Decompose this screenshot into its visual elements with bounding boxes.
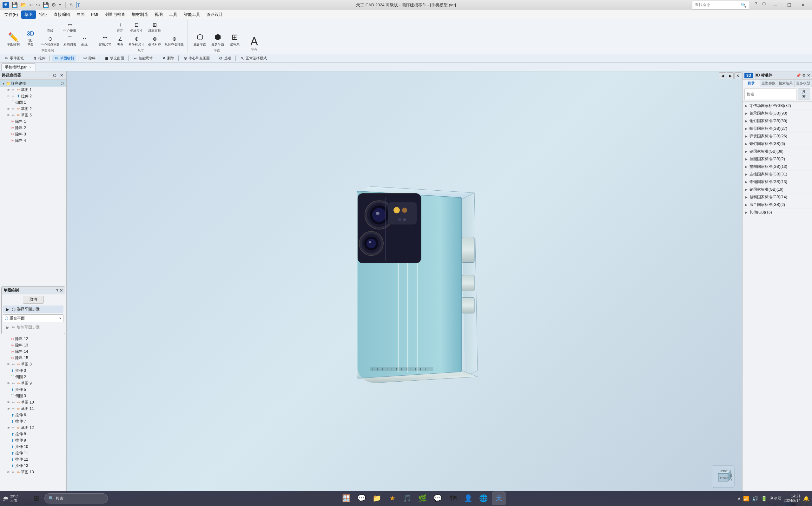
rp-item-7[interactable]: ▶ 挡圈国家标准(GB)(2) <box>742 156 812 163</box>
tree-item-extrude6[interactable]: ⬆ 拉伸 6 <box>0 412 66 418</box>
cmd-circle[interactable]: ⊙ 中心和点画圆 <box>181 55 212 62</box>
sketch-help-icon[interactable]: ? <box>56 288 58 293</box>
taskbar-search-box[interactable]: 🔍 搜索 <box>45 493 108 503</box>
taskbar-app-tiangong[interactable]: 天 <box>492 491 506 505</box>
tree-root[interactable]: ▼ 📁 顺序建模 ⬡ <box>0 80 66 87</box>
ti-edit-icon[interactable]: ✏ <box>11 362 16 367</box>
rp-tab-results[interactable]: 搜索结果 <box>778 80 795 87</box>
qa-settings-icon[interactable]: ⚙ <box>52 2 56 8</box>
taskbar-app-chat[interactable]: 💬 <box>355 491 369 505</box>
rp-item-14[interactable]: ▶ 其他(GB)(16) <box>742 209 812 217</box>
tray-input-icon[interactable]: 浏览器 <box>770 496 781 501</box>
tree-item-extrude9[interactable]: ⬆ 拉伸 9 <box>0 437 66 444</box>
help-icon[interactable]: ? <box>753 1 759 9</box>
ribbon-btn-smart-dim[interactable]: ↔ 智能尺寸 <box>97 31 113 48</box>
qa-save2-icon[interactable]: 💾 <box>43 2 49 8</box>
taskbar-app-explorer[interactable]: 🪟 <box>339 491 353 505</box>
sketch-step2[interactable]: ▶ ✏ 绘制草图步骤 <box>3 324 64 331</box>
tree-item-remove12[interactable]: ✂ 除料 12 <box>0 336 66 342</box>
qa-dropdown-icon[interactable]: ▼ <box>58 3 62 7</box>
tree-root-expand[interactable]: ⬡ <box>59 81 65 86</box>
menu-tools[interactable]: 工具 <box>166 10 180 19</box>
menu-pmi[interactable]: PMI <box>88 11 101 18</box>
canvas-close-btn[interactable]: ✕ <box>734 72 741 79</box>
menu-smart-tools[interactable]: 智能工具 <box>180 10 204 19</box>
menu-surface[interactable]: 曲面 <box>73 10 88 19</box>
ribbon-btn-arc[interactable]: ⌒ 相切圆弧 <box>62 34 77 48</box>
qa-open-icon[interactable]: 📂 <box>20 2 27 8</box>
ribbon-btn-rect[interactable]: ▭ 中心矩形 <box>62 20 77 33</box>
tree-item-remove2[interactable]: ✂ 除料 2 <box>0 125 66 131</box>
tree-item-extrude12[interactable]: ⬆ 拉伸 12 <box>0 456 66 463</box>
tray-notification-icon[interactable]: 🔔 <box>803 496 809 502</box>
ti-vis-icon[interactable]: 👁 <box>6 406 11 412</box>
ribbon-btn-text-a[interactable]: A 字高 <box>249 34 259 53</box>
cmd-options[interactable]: ⚙ 选项 <box>217 55 233 62</box>
tree-item-sketch12[interactable]: 👁 ✏ ✏ 草图 12 <box>0 425 66 431</box>
canvas-area[interactable]: ◀ ▶ ✕ <box>67 71 742 499</box>
rp-item-11[interactable]: ▶ 销国家标准(GB)(19) <box>742 186 812 193</box>
cmd-smart-dim[interactable]: ↔ 智能尺寸 <box>131 55 155 62</box>
rp-close-icon[interactable]: ✕ <box>807 73 810 78</box>
taskbar-app-music[interactable]: 🎵 <box>400 491 414 505</box>
ti-vis-icon[interactable]: 👁 <box>6 362 11 367</box>
tree-item-extrude10[interactable]: ⬆ 拉伸 10 <box>0 444 66 450</box>
ti-vis-icon[interactable]: 👁 <box>6 400 11 405</box>
tree-item-extrude3[interactable]: ⬆ 拉伸 3 <box>0 368 66 374</box>
rp-pin-icon[interactable]: 📌 <box>796 73 801 78</box>
ribbon-btn-sym-diam[interactable]: ⊞ 对称直径 <box>147 20 162 33</box>
tree-item-remove15[interactable]: ✂ 除料 15 <box>0 355 66 361</box>
ti-vis-icon[interactable]: 👁 <box>6 113 11 118</box>
taskbar-app-files[interactable]: 📁 <box>370 491 384 505</box>
tray-chevron-icon[interactable]: ∧ <box>737 496 741 501</box>
ribbon-btn-coincide-plane[interactable]: ⬡ 重合平面 <box>192 31 208 48</box>
tree-item-sketch2[interactable]: 👁 ✏ ✏ 草图 2 <box>0 106 66 112</box>
tree-item-sketch11[interactable]: 👁 ✏ ✏ 草图 11 <box>0 406 66 412</box>
sketch-cancel-button[interactable]: 取消 <box>23 296 44 304</box>
ribbon-btn-keep-align[interactable]: ⊛ 保持对齐 <box>147 34 162 48</box>
ribbon-btn-gap[interactable]: ↕ 间距 <box>114 20 126 33</box>
taskbar-app-store[interactable]: ★ <box>385 491 399 505</box>
qa-cursor-icon[interactable]: ↖ <box>70 2 74 8</box>
tree-item-remove13[interactable]: ✂ 除料 13 <box>0 342 66 349</box>
ribbon-btn-coord-system[interactable]: ⊞ 坐标系 <box>227 31 242 48</box>
ribbon-btn-3d-sketch[interactable]: 3D 3D 草图 <box>23 27 38 48</box>
expand-icon[interactable]: ⬡ <box>760 1 767 9</box>
sketch-step1[interactable]: ▶ ⬡ 选择平面步骤 <box>3 306 64 313</box>
cmd-sketch-draw[interactable]: ✏ 草图绘制 <box>52 55 76 62</box>
tree-item-fillet3[interactable]: ⌒ 倒圆 3 <box>0 393 66 399</box>
minimize-button[interactable]: ─ <box>769 1 782 9</box>
tree-item-extrude13[interactable]: ⬆ 拉伸 13 <box>0 463 66 469</box>
tree-item-extrude8[interactable]: ⬆ 拉伸 8 <box>0 431 66 437</box>
rp-item-0[interactable]: ▶ 零传动国家标准(GB)(32) <box>742 102 812 110</box>
cmd-parts-pen[interactable]: ✏ 零件画笔 <box>2 55 26 62</box>
taskbar-app-map[interactable]: 🗺 <box>446 491 460 505</box>
ribbon-btn-line[interactable]: — 直线 <box>39 20 61 33</box>
tree-item-extrude7[interactable]: ⬆ 拉伸 7 <box>0 418 66 425</box>
ti-edit-icon[interactable]: ✏ <box>11 381 16 386</box>
tree-item-remove4[interactable]: ✂ 除料 4 <box>0 137 66 144</box>
menu-additive[interactable]: 增材制造 <box>129 10 151 19</box>
restore-button[interactable]: ❐ <box>783 1 796 9</box>
rp-item-6[interactable]: ▶ 键国家标准(GB)(38) <box>742 148 812 156</box>
menu-piping[interactable]: 管路设计 <box>204 10 226 19</box>
canvas-next-btn[interactable]: ▶ <box>727 72 734 79</box>
ti-vis-icon[interactable]: 👁 <box>6 381 11 386</box>
rp-item-9[interactable]: ▶ 连接国家标准(GB)(31) <box>742 171 812 178</box>
qa-save-icon[interactable]: 💾 <box>11 2 18 8</box>
tree-item-fillet2[interactable]: ⌒ 倒圆 2 <box>0 374 66 381</box>
rp-item-1[interactable]: ▶ 轴承国家标准(GB)(93) <box>742 110 812 117</box>
rp-item-5[interactable]: ▶ 螺钉国家标准(GB)(6) <box>742 140 812 148</box>
qa-redo-icon[interactable]: ↪ <box>36 2 40 8</box>
rp-item-12[interactable]: ▶ 塑料国家标准(GB)(14) <box>742 193 812 201</box>
tree-item-extrude2[interactable]: 👁 ✏ ⬆ 拉伸 2 <box>0 93 66 99</box>
ti-edit-icon[interactable]: ✏ <box>11 470 16 475</box>
taskbar-app-browser[interactable]: 🌐 <box>477 491 491 505</box>
tray-sound-icon[interactable]: 🔊 <box>752 496 758 502</box>
cmd-fill-surface[interactable]: ◼ 填充曲面 <box>102 55 126 62</box>
rp-tab-catalog[interactable]: 目录 <box>742 80 760 87</box>
taskbar-start-button[interactable]: ⊞ <box>29 491 43 505</box>
rp-item-10[interactable]: ▶ 锥销国家标准(GB)(13) <box>742 178 812 186</box>
tree-item-fillet1[interactable]: ⌒ 倒圆 1 <box>0 99 66 106</box>
menu-file[interactable]: 文件(F) <box>1 10 21 19</box>
